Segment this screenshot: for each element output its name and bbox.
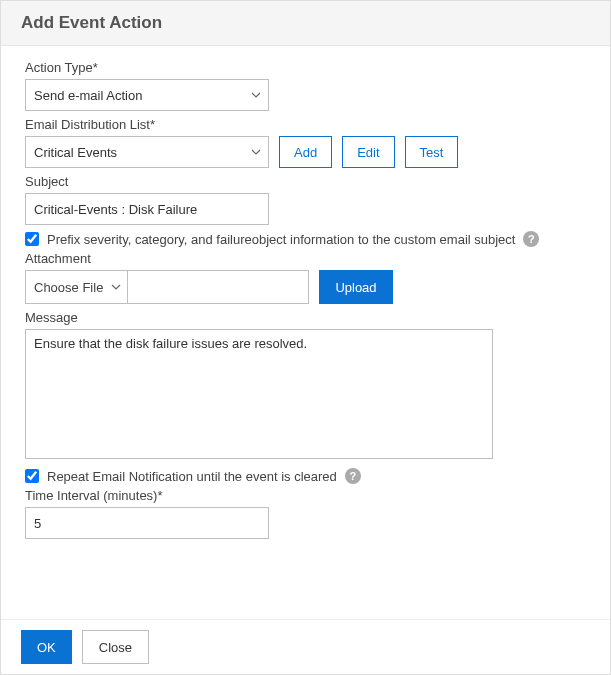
ok-button[interactable]: OK — [21, 630, 72, 664]
attachment-label: Attachment — [25, 251, 586, 266]
edit-button[interactable]: Edit — [342, 136, 394, 168]
repeat-checkbox-label: Repeat Email Notification until the even… — [47, 469, 337, 484]
email-list-row: Critical Events Add Edit Test — [25, 136, 586, 168]
dialog-footer: OK Close — [1, 619, 610, 674]
attachment-row: Choose File Upload — [25, 270, 586, 304]
repeat-checkbox-row: Repeat Email Notification until the even… — [25, 468, 586, 484]
prefix-checkbox-label: Prefix severity, category, and failureob… — [47, 232, 515, 247]
choose-file-label: Choose File — [34, 280, 103, 295]
attachment-group: Attachment Choose File Upload — [25, 251, 586, 304]
dialog-header: Add Event Action — [1, 1, 610, 46]
action-type-select[interactable]: Send e-mail Action — [25, 79, 269, 111]
repeat-checkbox[interactable] — [25, 469, 39, 483]
action-type-label: Action Type* — [25, 60, 586, 75]
test-button[interactable]: Test — [405, 136, 459, 168]
help-icon[interactable]: ? — [345, 468, 361, 484]
action-type-group: Action Type* Send e-mail Action — [25, 60, 586, 111]
prefix-checkbox[interactable] — [25, 232, 39, 246]
message-textarea[interactable]: Ensure that the disk failure issues are … — [25, 329, 493, 459]
upload-button[interactable]: Upload — [319, 270, 392, 304]
dialog-content: Action Type* Send e-mail Action Email Di… — [1, 46, 610, 619]
time-interval-input[interactable] — [25, 507, 269, 539]
action-type-value: Send e-mail Action — [25, 79, 269, 111]
dialog-title: Add Event Action — [21, 13, 590, 33]
time-interval-label: Time Interval (minutes)* — [25, 488, 586, 503]
help-icon[interactable]: ? — [523, 231, 539, 247]
prefix-checkbox-row: Prefix severity, category, and failureob… — [25, 231, 586, 247]
email-list-group: Email Distribution List* Critical Events… — [25, 117, 586, 168]
chevron-down-icon — [111, 282, 121, 292]
message-label: Message — [25, 310, 586, 325]
email-list-value: Critical Events — [25, 136, 269, 168]
email-list-select[interactable]: Critical Events — [25, 136, 269, 168]
subject-group: Subject — [25, 174, 586, 225]
choose-file-control: Choose File — [25, 270, 309, 304]
message-group: Message Ensure that the disk failure iss… — [25, 310, 586, 462]
subject-label: Subject — [25, 174, 586, 189]
add-event-action-dialog: Add Event Action Action Type* Send e-mai… — [0, 0, 611, 675]
close-button[interactable]: Close — [82, 630, 149, 664]
time-interval-group: Time Interval (minutes)* — [25, 488, 586, 539]
choose-file-button[interactable]: Choose File — [26, 271, 128, 303]
subject-input[interactable] — [25, 193, 269, 225]
add-button[interactable]: Add — [279, 136, 332, 168]
email-list-label: Email Distribution List* — [25, 117, 586, 132]
